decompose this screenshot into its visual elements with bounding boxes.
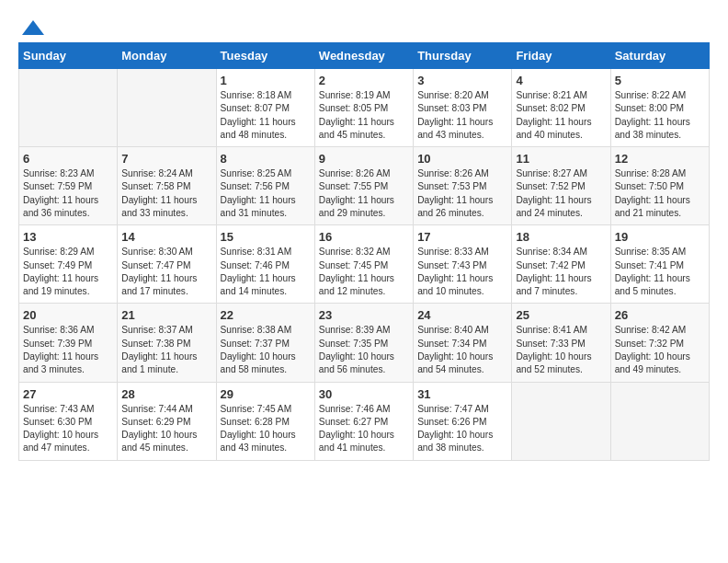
calendar-header-monday: Monday — [118, 43, 216, 69]
cell-content: Sunrise: 8:19 AM Sunset: 8:05 PM Dayligh… — [319, 89, 409, 142]
calendar-cell: 1Sunrise: 8:18 AM Sunset: 8:07 PM Daylig… — [216, 69, 314, 147]
cell-content: Sunrise: 8:34 AM Sunset: 7:42 PM Dayligh… — [516, 246, 606, 298]
day-number: 20 — [23, 308, 113, 322]
calendar-cell: 12Sunrise: 8:28 AM Sunset: 7:50 PM Dayli… — [610, 147, 709, 225]
cell-content: Sunrise: 8:32 AM Sunset: 7:45 PM Dayligh… — [319, 246, 409, 298]
cell-content: Sunrise: 8:26 AM Sunset: 7:55 PM Dayligh… — [319, 167, 409, 220]
calendar-cell: 19Sunrise: 8:35 AM Sunset: 7:41 PM Dayli… — [610, 225, 709, 304]
day-number: 27 — [23, 387, 113, 401]
calendar-cell: 6Sunrise: 8:23 AM Sunset: 7:59 PM Daylig… — [19, 147, 118, 225]
calendar-header-thursday: Thursday — [414, 43, 512, 69]
calendar-cell: 17Sunrise: 8:33 AM Sunset: 7:43 PM Dayli… — [414, 225, 512, 304]
calendar-cell: 22Sunrise: 8:38 AM Sunset: 7:37 PM Dayli… — [216, 304, 314, 382]
calendar-cell: 23Sunrise: 8:39 AM Sunset: 7:35 PM Dayli… — [314, 304, 413, 382]
cell-content: Sunrise: 8:21 AM Sunset: 8:02 PM Dayligh… — [516, 89, 606, 142]
calendar-header-tuesday: Tuesday — [216, 43, 314, 69]
cell-content: Sunrise: 7:47 AM Sunset: 6:26 PM Dayligh… — [417, 403, 507, 455]
cell-content: Sunrise: 8:30 AM Sunset: 7:47 PM Dayligh… — [121, 246, 211, 298]
calendar-table: SundayMondayTuesdayWednesdayThursdayFrid… — [18, 42, 710, 461]
calendar-cell: 30Sunrise: 7:46 AM Sunset: 6:27 PM Dayli… — [314, 382, 413, 460]
cell-content: Sunrise: 8:26 AM Sunset: 7:53 PM Dayligh… — [417, 167, 507, 220]
calendar-cell — [118, 69, 216, 147]
day-number: 8 — [221, 152, 311, 166]
day-number: 9 — [319, 152, 409, 166]
day-number: 13 — [23, 230, 113, 244]
calendar-cell: 8Sunrise: 8:25 AM Sunset: 7:56 PM Daylig… — [216, 147, 314, 225]
day-number: 29 — [221, 387, 311, 401]
day-number: 4 — [516, 74, 606, 87]
cell-content: Sunrise: 8:25 AM Sunset: 7:56 PM Dayligh… — [221, 167, 311, 220]
day-number: 24 — [417, 308, 507, 322]
day-number: 12 — [615, 152, 705, 166]
calendar-week-row: 1Sunrise: 8:18 AM Sunset: 8:07 PM Daylig… — [19, 69, 710, 147]
cell-content: Sunrise: 8:24 AM Sunset: 7:58 PM Dayligh… — [121, 167, 211, 220]
calendar-cell: 14Sunrise: 8:30 AM Sunset: 7:47 PM Dayli… — [118, 225, 216, 304]
day-number: 19 — [615, 230, 705, 244]
calendar-cell: 15Sunrise: 8:31 AM Sunset: 7:46 PM Dayli… — [216, 225, 314, 304]
calendar-cell: 7Sunrise: 8:24 AM Sunset: 7:58 PM Daylig… — [118, 147, 216, 225]
calendar-week-row: 13Sunrise: 8:29 AM Sunset: 7:49 PM Dayli… — [19, 225, 710, 304]
day-number: 6 — [23, 152, 113, 166]
day-number: 31 — [417, 387, 507, 401]
calendar-week-row: 6Sunrise: 8:23 AM Sunset: 7:59 PM Daylig… — [19, 147, 710, 225]
svg-marker-0 — [22, 20, 44, 35]
calendar-cell — [512, 382, 610, 460]
calendar-header-saturday: Saturday — [610, 43, 709, 69]
calendar-week-row: 27Sunrise: 7:43 AM Sunset: 6:30 PM Dayli… — [19, 382, 710, 460]
logo-icon — [20, 18, 46, 37]
cell-content: Sunrise: 8:39 AM Sunset: 7:35 PM Dayligh… — [319, 324, 409, 376]
cell-content: Sunrise: 8:20 AM Sunset: 8:03 PM Dayligh… — [417, 89, 507, 142]
day-number: 28 — [121, 387, 211, 401]
calendar-header-wednesday: Wednesday — [314, 43, 413, 69]
cell-content: Sunrise: 8:36 AM Sunset: 7:39 PM Dayligh… — [23, 324, 113, 376]
day-number: 26 — [615, 308, 705, 322]
day-number: 18 — [516, 230, 606, 244]
calendar-cell: 25Sunrise: 8:41 AM Sunset: 7:33 PM Dayli… — [512, 304, 610, 382]
cell-content: Sunrise: 8:38 AM Sunset: 7:37 PM Dayligh… — [221, 324, 311, 376]
cell-content: Sunrise: 7:43 AM Sunset: 6:30 PM Dayligh… — [23, 403, 113, 455]
day-number: 5 — [615, 74, 705, 87]
logo — [18, 18, 46, 33]
cell-content: Sunrise: 8:37 AM Sunset: 7:38 PM Dayligh… — [121, 324, 211, 376]
calendar-cell: 28Sunrise: 7:44 AM Sunset: 6:29 PM Dayli… — [118, 382, 216, 460]
calendar-cell: 29Sunrise: 7:45 AM Sunset: 6:28 PM Dayli… — [216, 382, 314, 460]
day-number: 16 — [319, 230, 409, 244]
day-number: 25 — [516, 308, 606, 322]
day-number: 7 — [121, 152, 211, 166]
day-number: 17 — [417, 230, 507, 244]
calendar-cell: 2Sunrise: 8:19 AM Sunset: 8:05 PM Daylig… — [314, 69, 413, 147]
day-number: 1 — [221, 74, 311, 87]
cell-content: Sunrise: 8:23 AM Sunset: 7:59 PM Dayligh… — [23, 167, 113, 220]
calendar-cell: 4Sunrise: 8:21 AM Sunset: 8:02 PM Daylig… — [512, 69, 610, 147]
calendar-week-row: 20Sunrise: 8:36 AM Sunset: 7:39 PM Dayli… — [19, 304, 710, 382]
cell-content: Sunrise: 8:42 AM Sunset: 7:32 PM Dayligh… — [615, 324, 705, 376]
calendar-cell: 27Sunrise: 7:43 AM Sunset: 6:30 PM Dayli… — [19, 382, 118, 460]
cell-content: Sunrise: 8:35 AM Sunset: 7:41 PM Dayligh… — [615, 246, 705, 298]
cell-content: Sunrise: 8:40 AM Sunset: 7:34 PM Dayligh… — [417, 324, 507, 376]
day-number: 30 — [319, 387, 409, 401]
day-number: 10 — [417, 152, 507, 166]
cell-content: Sunrise: 7:46 AM Sunset: 6:27 PM Dayligh… — [319, 403, 409, 455]
cell-content: Sunrise: 7:45 AM Sunset: 6:28 PM Dayligh… — [221, 403, 311, 455]
calendar-cell: 18Sunrise: 8:34 AM Sunset: 7:42 PM Dayli… — [512, 225, 610, 304]
calendar-cell — [19, 69, 118, 147]
calendar-cell: 20Sunrise: 8:36 AM Sunset: 7:39 PM Dayli… — [19, 304, 118, 382]
calendar-cell: 16Sunrise: 8:32 AM Sunset: 7:45 PM Dayli… — [314, 225, 413, 304]
cell-content: Sunrise: 7:44 AM Sunset: 6:29 PM Dayligh… — [121, 403, 211, 455]
cell-content: Sunrise: 8:41 AM Sunset: 7:33 PM Dayligh… — [516, 324, 606, 376]
cell-content: Sunrise: 8:33 AM Sunset: 7:43 PM Dayligh… — [417, 246, 507, 298]
calendar-cell: 31Sunrise: 7:47 AM Sunset: 6:26 PM Dayli… — [414, 382, 512, 460]
calendar-header-friday: Friday — [512, 43, 610, 69]
cell-content: Sunrise: 8:27 AM Sunset: 7:52 PM Dayligh… — [516, 167, 606, 220]
calendar-cell: 5Sunrise: 8:22 AM Sunset: 8:00 PM Daylig… — [610, 69, 709, 147]
calendar-cell: 21Sunrise: 8:37 AM Sunset: 7:38 PM Dayli… — [118, 304, 216, 382]
calendar-header-row: SundayMondayTuesdayWednesdayThursdayFrid… — [19, 43, 710, 69]
calendar-cell: 9Sunrise: 8:26 AM Sunset: 7:55 PM Daylig… — [314, 147, 413, 225]
calendar-header-sunday: Sunday — [19, 43, 118, 69]
cell-content: Sunrise: 8:28 AM Sunset: 7:50 PM Dayligh… — [615, 167, 705, 220]
cell-content: Sunrise: 8:29 AM Sunset: 7:49 PM Dayligh… — [23, 246, 113, 298]
cell-content: Sunrise: 8:18 AM Sunset: 8:07 PM Dayligh… — [221, 89, 311, 142]
calendar-cell: 13Sunrise: 8:29 AM Sunset: 7:49 PM Dayli… — [19, 225, 118, 304]
day-number: 22 — [221, 308, 311, 322]
cell-content: Sunrise: 8:22 AM Sunset: 8:00 PM Dayligh… — [615, 89, 705, 142]
